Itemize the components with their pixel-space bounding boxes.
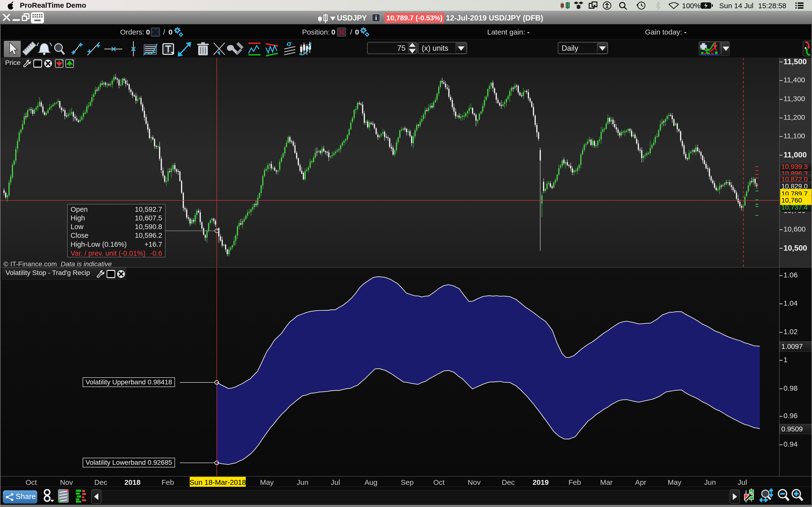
svg-text:σ: σ: [287, 40, 292, 48]
